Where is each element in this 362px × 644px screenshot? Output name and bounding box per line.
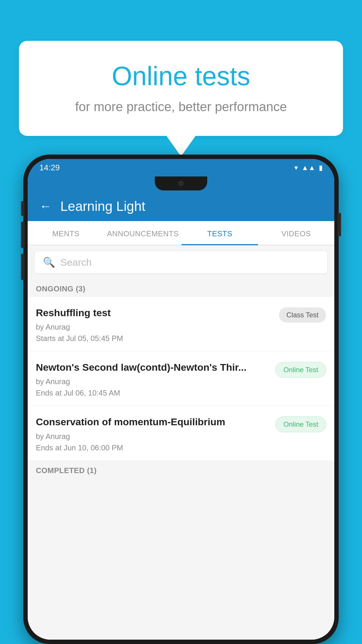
test-list: Reshuffling test by Anurag Starts at Jul… bbox=[28, 297, 334, 640]
wifi-icon: ▾ bbox=[294, 164, 298, 172]
tabs-bar: MENTS ANNOUNCEMENTS TESTS VIDEOS bbox=[28, 221, 334, 245]
ongoing-title: ONGOING (3) bbox=[36, 284, 85, 293]
mute-button bbox=[21, 201, 24, 216]
speech-bubble: Online tests for more practice, better p… bbox=[19, 41, 343, 136]
search-icon: 🔍 bbox=[43, 256, 55, 268]
power-button bbox=[338, 213, 341, 236]
test-info: Newton's Second law(contd)-Newton's Thir… bbox=[36, 361, 275, 398]
content-area: 🔍 Search ONGOING (3) Reshuffling test by… bbox=[28, 245, 334, 640]
status-time: 14:29 bbox=[39, 163, 60, 172]
phone-frame: 14:29 ▾ ▲▲ ▮ ← Learning Light bbox=[23, 155, 339, 644]
ongoing-section-header: ONGOING (3) bbox=[28, 279, 334, 297]
bubble-tail bbox=[166, 136, 196, 156]
back-button[interactable]: ← bbox=[39, 199, 52, 213]
battery-icon: ▮ bbox=[319, 164, 323, 172]
tab-announcements[interactable]: ANNOUNCEMENTS bbox=[104, 221, 182, 245]
search-input[interactable]: Search bbox=[60, 257, 92, 268]
status-badge: Online Test bbox=[275, 416, 326, 432]
tab-ments[interactable]: MENTS bbox=[28, 221, 104, 245]
status-icons: ▾ ▲▲ ▮ bbox=[294, 164, 323, 172]
test-info: Conservation of momentum-Equilibrium by … bbox=[36, 415, 275, 452]
list-item[interactable]: Conservation of momentum-Equilibrium by … bbox=[28, 406, 334, 461]
test-name: Newton's Second law(contd)-Newton's Thir… bbox=[36, 361, 270, 374]
app-title: Learning Light bbox=[60, 198, 145, 214]
test-time: Ends at Jul 06, 10:45 AM bbox=[36, 388, 270, 398]
phone-screen: 14:29 ▾ ▲▲ ▮ ← Learning Light bbox=[28, 159, 334, 640]
volume-up-button bbox=[21, 222, 24, 248]
test-name: Reshuffling test bbox=[36, 306, 273, 319]
signal-icon: ▲▲ bbox=[301, 164, 315, 172]
test-time: Ends at Jun 10, 06:00 PM bbox=[36, 443, 270, 452]
status-badge: Online Test bbox=[275, 362, 326, 378]
notch bbox=[155, 176, 207, 190]
promo-banner: Online tests for more practice, better p… bbox=[19, 41, 343, 156]
tab-tests[interactable]: TESTS bbox=[182, 221, 258, 245]
list-item[interactable]: Reshuffling test by Anurag Starts at Jul… bbox=[28, 297, 334, 351]
test-name: Conservation of momentum-Equilibrium bbox=[36, 415, 270, 428]
app-header: ← Learning Light bbox=[28, 192, 334, 221]
test-author: by Anurag bbox=[36, 323, 273, 332]
search-container: 🔍 Search bbox=[28, 245, 334, 279]
search-box[interactable]: 🔍 Search bbox=[35, 251, 327, 273]
camera-dot bbox=[178, 181, 184, 186]
list-item[interactable]: Newton's Second law(contd)-Newton's Thir… bbox=[28, 351, 334, 406]
tab-videos[interactable]: VIDEOS bbox=[258, 221, 334, 245]
status-badge: Class Test bbox=[279, 307, 326, 323]
volume-down-button bbox=[21, 254, 24, 280]
notch-area bbox=[28, 176, 334, 192]
status-bar: 14:29 ▾ ▲▲ ▮ bbox=[28, 159, 334, 176]
test-author: by Anurag bbox=[36, 432, 270, 441]
bubble-title: Online tests bbox=[42, 61, 320, 91]
completed-title: COMPLETED (1) bbox=[36, 466, 97, 475]
test-info: Reshuffling test by Anurag Starts at Jul… bbox=[36, 306, 279, 343]
completed-section-header: COMPLETED (1) bbox=[28, 461, 334, 479]
test-author: by Anurag bbox=[36, 377, 270, 386]
phone-mockup: 14:29 ▾ ▲▲ ▮ ← Learning Light bbox=[23, 155, 339, 644]
bubble-subtitle: for more practice, better performance bbox=[42, 99, 320, 114]
test-time: Starts at Jul 05, 05:45 PM bbox=[36, 334, 273, 343]
